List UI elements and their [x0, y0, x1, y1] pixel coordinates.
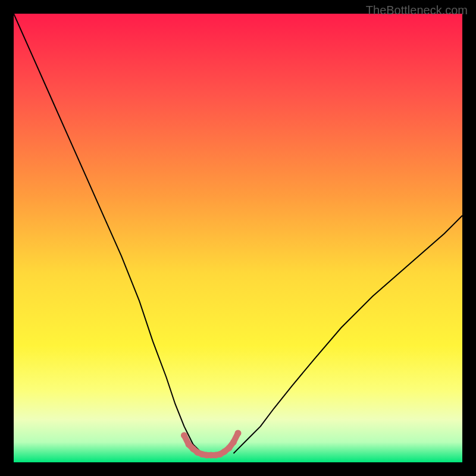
- svg-rect-0: [14, 14, 462, 462]
- plot-area: [14, 14, 462, 462]
- chart-background: [14, 14, 462, 462]
- watermark-text: TheBottleneck.com: [366, 4, 468, 17]
